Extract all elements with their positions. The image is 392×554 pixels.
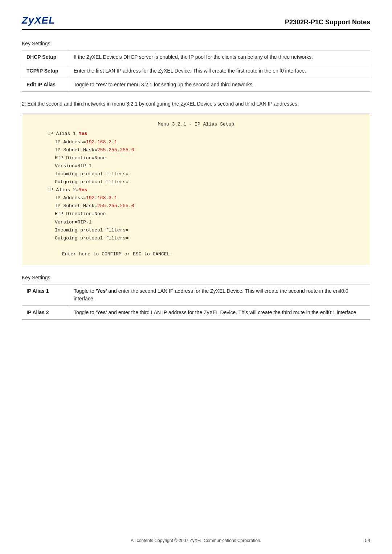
row-key: IP Alias 1 [22,284,69,305]
table-row: IP Alias 1Toggle to 'Yes' and enter the … [22,284,370,305]
confirm-line: Enter here to CONFIRM or ESC to CANCEL: [33,250,359,258]
row-value: Toggle to 'Yes' and enter the third LAN … [69,305,370,319]
row-value: If the ZyXEL Device's DHCP server is ena… [69,50,370,64]
page-number: 54 [365,538,370,543]
table-row: DHCP SetupIf the ZyXEL Device's DHCP ser… [22,50,370,64]
key-settings-label-1: Key Settings: [22,41,370,46]
terminal-field: Outgoing protocol filters= [33,178,359,186]
terminal-field: IP Subnet Mask=255.255.255.0 [33,146,359,154]
terminal-field: Incoming protocol filters= [33,226,359,234]
row-value: Toggle to 'Yes' to enter menu 3.2.1 for … [69,78,370,92]
terminal-box: Menu 3.2.1 - IP Alias Setup IP Alias 1=Y… [22,114,370,265]
row-value: Toggle to 'Yes' and enter the second LAN… [69,284,370,305]
terminal-field: Version=RIP-1 [33,218,359,226]
row-value: Enter the first LAN IP address for the Z… [69,64,370,78]
table-row: Edit IP AliasToggle to 'Yes' to enter me… [22,78,370,92]
alias2-header: IP Alias 2=Yes [33,186,359,194]
description-para: 2. Edit the second and third networks in… [22,100,370,108]
terminal-field: Incoming protocol filters= [33,170,359,178]
terminal-field: IP Subnet Mask=255.255.255.0 [33,202,359,210]
terminal-title: Menu 3.2.1 - IP Alias Setup [33,120,359,128]
row-key: IP Alias 2 [22,305,69,319]
row-key: Edit IP Alias [22,78,69,92]
alias2-label: IP Alias 2= [48,187,79,193]
table-row: TCP/IP SetupEnter the first LAN IP addre… [22,64,370,78]
terminal-field: Outgoing protocol filters= [33,234,359,242]
row-key: DHCP Setup [22,50,69,64]
key-settings-label-2: Key Settings: [22,275,370,280]
terminal-field: Version=RIP-1 [33,162,359,170]
alias2-value: Yes [79,187,87,193]
zyxel-logo: ZyXEL [22,15,55,26]
terminal-field: IP Address=192.168.2.1 [33,138,359,146]
alias1-label: IP Alias 1= [48,131,79,136]
terminal-field: RIP Direction=None [33,210,359,218]
alias1-header: IP Alias 1=Yes [33,130,359,138]
page: ZyXEL P2302R-P1C Support Notes Key Setti… [0,0,392,554]
row-key: TCP/IP Setup [22,64,69,78]
table-row: IP Alias 2Toggle to 'Yes' and enter the … [22,305,370,319]
header: ZyXEL P2302R-P1C Support Notes [22,15,370,30]
settings-table-1: DHCP SetupIf the ZyXEL Device's DHCP ser… [22,50,370,92]
page-title: P2302R-P1C Support Notes [285,19,370,26]
terminal-field: RIP Direction=None [33,154,359,162]
terminal-field: IP Address=192.168.3.1 [33,194,359,202]
footer: All contents Copyright © 2007 ZyXEL Comm… [0,538,392,543]
alias1-value: Yes [79,131,87,136]
settings-table-2: IP Alias 1Toggle to 'Yes' and enter the … [22,284,370,320]
